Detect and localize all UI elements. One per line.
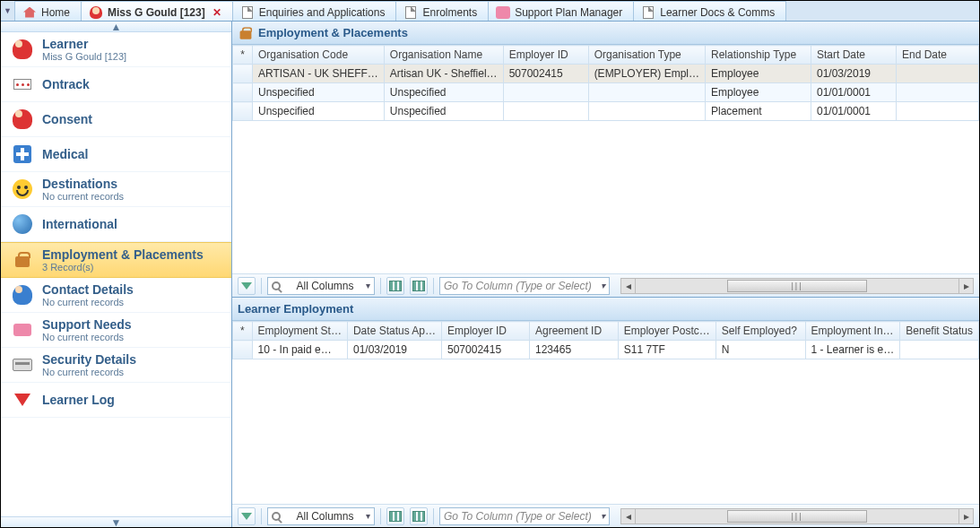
cell[interactable]: ARTISAN - UK SHEFF… — [253, 65, 385, 83]
cell[interactable]: Unspecified — [384, 102, 503, 121]
column-header[interactable]: Employment St… — [252, 322, 347, 341]
sidebar-item-support-needs[interactable]: Support NeedsNo current records — [1, 313, 231, 348]
column-header[interactable]: Agreement ID — [530, 322, 619, 341]
goto-column-combo[interactable]: Go To Column (Type or Select)▾ — [439, 277, 610, 295]
scroll-left-icon[interactable]: ◂ — [621, 279, 636, 293]
column-header[interactable]: Organisation Code — [253, 46, 385, 65]
panel-title: Employment & Placements — [258, 26, 408, 39]
column-header[interactable]: Organisation Type — [588, 46, 705, 65]
cols-button-2[interactable] — [410, 507, 428, 525]
cell[interactable]: Employee — [705, 65, 811, 83]
tab-scroll-toggle[interactable]: ▼ — [1, 1, 15, 21]
filter-button[interactable] — [238, 277, 256, 295]
panel-title: Learner Employment — [238, 302, 353, 316]
tab-home[interactable]: Home — [15, 1, 82, 21]
bag-icon — [238, 25, 254, 41]
scroll-right-icon[interactable]: ▸ — [958, 509, 973, 524]
h-scrollbar[interactable]: ◂ ||| ▸ — [620, 278, 974, 294]
cell[interactable]: 507002415 — [503, 65, 588, 83]
cell[interactable]: Employee — [705, 83, 811, 102]
grid-learner-employment[interactable]: *Employment St…Date Status Ap…Employer I… — [232, 321, 979, 504]
sidebar-item-contact-details[interactable]: Contact DetailsNo current records — [1, 278, 231, 313]
cols-button-2[interactable] — [410, 277, 428, 295]
column-header[interactable]: Relationship Type — [705, 46, 811, 65]
column-header[interactable]: * — [233, 46, 253, 65]
grid-employment-placements[interactable]: *Organisation CodeOrganisation NameEmplo… — [232, 45, 979, 273]
cell[interactable]: Unspecified — [384, 83, 503, 102]
sidebar-item-employment-placements[interactable]: Employment & Placements3 Record(s) — [1, 242, 231, 278]
cell[interactable]: 01/01/0001 — [811, 83, 896, 102]
table-row[interactable]: ARTISAN - UK SHEFF…Artisan UK - Sheffiel… — [233, 65, 979, 83]
tab-enquiries[interactable]: Enquiries and Applications — [233, 1, 397, 21]
columns-combo[interactable]: All Columns▾ — [267, 507, 375, 525]
sidebar-item-ontrack[interactable]: Ontrack — [1, 67, 231, 102]
table-row[interactable]: UnspecifiedUnspecifiedEmployee01/01/0001 — [233, 83, 979, 102]
cell[interactable] — [896, 65, 978, 83]
column-header[interactable]: Start Date — [811, 46, 896, 65]
sidebar-item-label: Support Needs — [42, 317, 132, 332]
cell[interactable]: S11 7TF — [618, 341, 715, 359]
sidebar-item-destinations[interactable]: DestinationsNo current records — [1, 172, 231, 207]
cell[interactable]: Unspecified — [253, 102, 385, 121]
cell[interactable] — [503, 102, 588, 121]
home-icon — [22, 5, 37, 20]
filter-button[interactable] — [238, 507, 256, 525]
cell[interactable] — [233, 83, 253, 102]
sidebar-scroll-up[interactable]: ▲ — [1, 22, 231, 32]
cell[interactable] — [233, 102, 253, 121]
h-scrollbar[interactable]: ◂ ||| ▸ — [620, 508, 974, 524]
cell[interactable]: 123465 — [530, 341, 619, 359]
column-header[interactable]: Benefit Status — [900, 322, 979, 341]
table-row[interactable]: 10 - In paid e…01/03/2019507002415123465… — [233, 341, 979, 359]
cell[interactable]: 10 - In paid e… — [252, 341, 347, 359]
cell[interactable]: 01/03/2019 — [811, 65, 896, 83]
cell[interactable] — [588, 102, 705, 121]
cell[interactable]: 1 - Learner is e… — [805, 341, 900, 359]
scroll-right-icon[interactable]: ▸ — [958, 279, 973, 293]
tab-learner[interactable]: Miss G Gould [123] ✕ — [82, 1, 233, 21]
sidebar-item-consent[interactable]: Consent — [1, 102, 231, 137]
column-header[interactable]: Self Employed? — [715, 322, 805, 341]
scrollbar-thumb[interactable]: ||| — [727, 510, 868, 523]
scrollbar-thumb[interactable]: ||| — [727, 280, 868, 292]
cell[interactable]: N — [715, 341, 805, 359]
column-header[interactable]: Employment In… — [805, 322, 900, 341]
cell[interactable] — [900, 341, 979, 359]
sidebar-item-security-details[interactable]: Security DetailsNo current records — [1, 348, 231, 383]
columns-combo[interactable]: All Columns▾ — [267, 277, 375, 295]
cell[interactable] — [233, 65, 253, 83]
cell[interactable]: Unspecified — [253, 83, 385, 102]
sidebar-item-medical[interactable]: Medical — [1, 137, 231, 172]
scroll-left-icon[interactable]: ◂ — [621, 509, 636, 524]
column-header[interactable]: Employer ID — [503, 46, 588, 65]
cols-button-1[interactable] — [386, 277, 404, 295]
table-row[interactable]: UnspecifiedUnspecifiedPlacement01/01/000… — [233, 102, 979, 121]
column-header[interactable]: * — [233, 322, 253, 341]
close-icon[interactable]: ✕ — [212, 6, 221, 19]
tab-support-plan[interactable]: Support Plan Manager — [489, 1, 634, 21]
cell[interactable] — [588, 83, 705, 102]
cell[interactable]: Artisan UK - Sheffiel… — [384, 65, 503, 83]
column-header[interactable]: Employer Postc… — [618, 322, 715, 341]
sidebar-item-learner[interactable]: LearnerMiss G Gould [123] — [1, 32, 231, 67]
sidebar-scroll-down[interactable]: ▼ — [1, 516, 231, 527]
sidebar-item-international[interactable]: International — [1, 207, 231, 242]
cell[interactable] — [503, 83, 588, 102]
cell[interactable] — [896, 102, 978, 121]
cell[interactable]: Placement — [705, 102, 811, 121]
column-header[interactable]: End Date — [896, 46, 978, 65]
column-header[interactable]: Employer ID — [442, 322, 530, 341]
cell[interactable]: 01/03/2019 — [347, 341, 441, 359]
cell[interactable]: 507002415 — [442, 341, 530, 359]
cell[interactable]: 01/01/0001 — [811, 102, 896, 121]
goto-column-combo[interactable]: Go To Column (Type or Select)▾ — [439, 507, 610, 525]
sidebar-item-learner-log[interactable]: Learner Log — [1, 383, 231, 418]
cell[interactable]: (EMPLOYER) Empl… — [588, 65, 705, 83]
tab-enrolments[interactable]: Enrolments — [396, 1, 489, 21]
cell[interactable] — [896, 83, 978, 102]
column-header[interactable]: Date Status Ap… — [347, 322, 441, 341]
tab-docs-comms[interactable]: Learner Docs & Comms — [634, 1, 786, 21]
column-header[interactable]: Organisation Name — [384, 46, 503, 65]
cell[interactable] — [233, 341, 253, 359]
cols-button-1[interactable] — [386, 507, 404, 525]
